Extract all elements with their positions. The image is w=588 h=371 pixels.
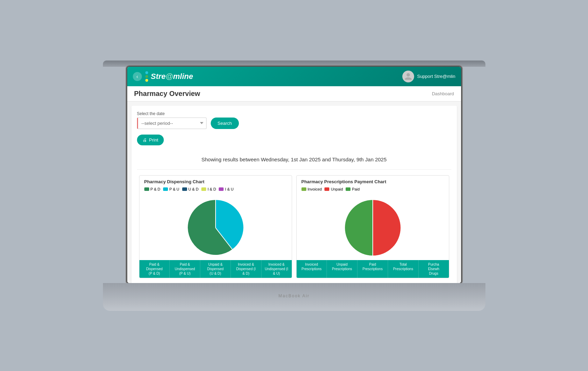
period-select[interactable]: --select period-- bbox=[137, 118, 207, 129]
date-filter-group: Select the date --select period-- bbox=[137, 111, 207, 129]
legend-paid-box bbox=[346, 187, 351, 191]
payment-chart-footer: InvoicedPrescriptions UnpaidPrescription… bbox=[297, 260, 449, 278]
legend-iu: I & U bbox=[219, 187, 233, 191]
legend-invoiced-box bbox=[301, 187, 306, 191]
dispensing-chart-panel: Pharmacy Dispensing Chart P & D P & U bbox=[139, 175, 292, 278]
payment-legend: Invoiced Unpaid Paid bbox=[297, 186, 449, 194]
app-header: ‹ Stre@mline bbox=[127, 67, 461, 86]
payment-chart-viz bbox=[297, 194, 449, 260]
breadcrumb: Dashboard bbox=[432, 91, 454, 96]
legend-id: I & D bbox=[201, 187, 216, 191]
legend-ud: U & D bbox=[182, 187, 199, 191]
print-button[interactable]: 🖨 Print bbox=[137, 135, 164, 145]
logo-dot-yellow bbox=[145, 79, 148, 82]
footer-paid-pres: PaidPrescriptions bbox=[357, 260, 388, 278]
dispensing-chart-title: Pharmacy Dispensing Chart bbox=[139, 176, 292, 186]
legend-invoiced-label: Invoiced bbox=[308, 187, 322, 191]
legend-pu: P & U bbox=[163, 187, 179, 191]
logo-dot-green bbox=[145, 75, 148, 78]
footer-pu: Paid &Undispensed(P & U) bbox=[170, 260, 200, 278]
legend-ud-label: U & D bbox=[188, 187, 199, 191]
legend-ud-box bbox=[182, 187, 187, 191]
laptop-base bbox=[103, 283, 485, 311]
legend-invoiced: Invoiced bbox=[301, 187, 322, 191]
legend-paid: Paid bbox=[346, 187, 360, 191]
title-bar: Pharmacy Overview Dashboard bbox=[127, 86, 461, 102]
print-label: Print bbox=[149, 137, 159, 143]
legend-paid-label: Paid bbox=[352, 187, 360, 191]
laptop-top-bezel bbox=[103, 61, 485, 67]
legend-unpaid-box bbox=[324, 187, 329, 191]
avatar bbox=[402, 71, 414, 82]
print-icon: 🖨 bbox=[143, 137, 147, 143]
legend-iu-label: I & U bbox=[225, 187, 233, 191]
header-right: Support Stre@mlin bbox=[402, 71, 455, 82]
legend-pd-box bbox=[144, 187, 149, 191]
app-container: ‹ Stre@mline bbox=[127, 67, 461, 283]
filter-row: Select the date --select period-- Search bbox=[137, 111, 451, 129]
footer-pd: Paid &Dispensed(P & D) bbox=[139, 260, 170, 278]
legend-id-label: I & D bbox=[208, 187, 216, 191]
legend-pd-label: P & D bbox=[151, 187, 161, 191]
legend-pu-box bbox=[163, 187, 168, 191]
footer-ud: Unpaid &Dispensed(U & D) bbox=[200, 260, 231, 278]
dispensing-chart-footer: Paid &Dispensed(P & D) Paid &Undispensed… bbox=[139, 260, 292, 278]
legend-iu-box bbox=[219, 187, 224, 191]
footer-purchase: PurchaElsewhDrugs bbox=[419, 260, 449, 278]
page-title: Pharmacy Overview bbox=[134, 90, 200, 98]
print-row: 🖨 Print bbox=[137, 135, 451, 145]
dispensing-legend: P & D P & U U & D bbox=[139, 186, 292, 194]
dispensing-chart-viz bbox=[139, 194, 292, 260]
laptop-frame: ‹ Stre@mline bbox=[103, 61, 485, 311]
content-panel: Select the date --select period-- Search… bbox=[131, 106, 457, 283]
date-filter-label: Select the date bbox=[137, 111, 207, 116]
payment-chart-title: Pharmacy Prescriptions Payment Chart bbox=[297, 176, 449, 186]
logo-area: Stre@mline bbox=[145, 71, 193, 82]
results-text: Showing results between Wednesday, 1st J… bbox=[137, 151, 451, 170]
back-button[interactable]: ‹ bbox=[133, 72, 142, 81]
charts-row: Pharmacy Dispensing Chart P & D P & U bbox=[137, 175, 451, 278]
logo-dots bbox=[145, 71, 148, 82]
payment-pie-svg bbox=[341, 196, 404, 259]
footer-invoiced-pres: InvoicedPrescriptions bbox=[297, 260, 327, 278]
dispensing-pie-svg bbox=[184, 196, 247, 259]
payment-chart-panel: Pharmacy Prescriptions Payment Chart Inv… bbox=[296, 175, 449, 278]
search-button[interactable]: Search bbox=[211, 118, 239, 129]
legend-unpaid: Unpaid bbox=[324, 187, 343, 191]
header-left: ‹ Stre@mline bbox=[133, 71, 193, 82]
main-content: Select the date --select period-- Search… bbox=[127, 102, 461, 283]
legend-id-box bbox=[201, 187, 206, 191]
legend-pu-label: P & U bbox=[169, 187, 179, 191]
footer-total-pres: TotalPrescriptions bbox=[388, 260, 419, 278]
legend-unpaid-label: Unpaid bbox=[331, 187, 343, 191]
user-name-label: Support Stre@mlin bbox=[417, 74, 455, 79]
legend-pd: P & D bbox=[144, 187, 161, 191]
footer-iu: Invoiced &Undispensed (I& U) bbox=[261, 260, 292, 278]
footer-unpaid-pres: UnpaidPrescriptions bbox=[327, 260, 357, 278]
footer-id: Invoiced &Dispensed (I& D) bbox=[231, 260, 261, 278]
logo-dot-teal bbox=[145, 71, 148, 74]
user-avatar-icon bbox=[404, 72, 412, 81]
laptop-screen: ‹ Stre@mline bbox=[127, 67, 461, 283]
logo-text: Stre@mline bbox=[151, 72, 193, 81]
